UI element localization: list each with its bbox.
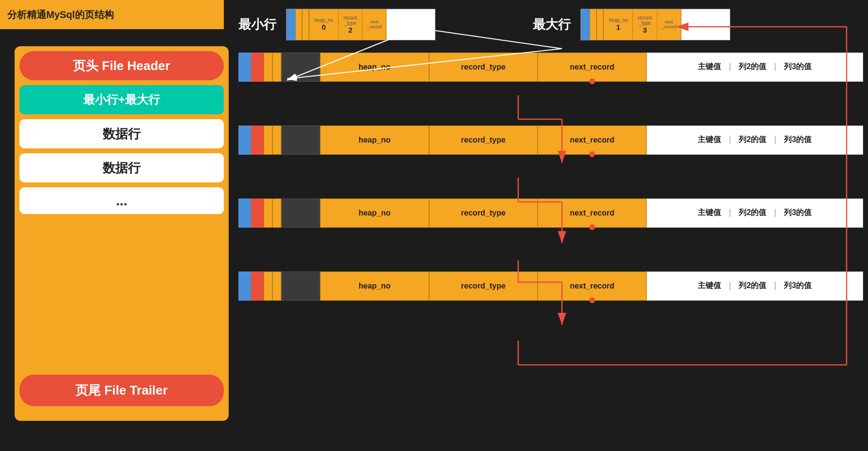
rec3-data: 主键值 ｜ 列2的值 ｜ 列3的值 — [647, 271, 863, 301]
supremum-nar-1 — [590, 9, 597, 40]
supremum-heap-no-val: 1 — [616, 23, 620, 31]
rec1-nar1 — [264, 126, 272, 155]
supremum-record-type-label: record — [638, 15, 651, 20]
ellipsis-btn: ... — [19, 187, 224, 214]
rec0-next-record: next_record — [538, 53, 647, 82]
rec3-red — [251, 271, 264, 301]
infimum-record-type-val: 2 — [348, 26, 352, 34]
panel-top-block: 页头 File Header 最小行+最大行 数据行 数据行 ... — [15, 46, 229, 214]
rec1-red — [251, 126, 264, 155]
mini-nar-2 — [302, 9, 309, 40]
records-area: heap_no record_type next_record 主键值 ｜ 列2… — [238, 51, 863, 302]
infimum-heap-no: heap_no 0 — [309, 9, 338, 40]
infimum-next-record: next _record — [362, 9, 386, 40]
rec2-nar1 — [264, 198, 272, 228]
rec1-next-record: next_record — [538, 126, 647, 155]
infimum-mini-record: heap_no 0 record _type 2 next _record — [286, 9, 435, 40]
rec3-dark — [281, 271, 320, 301]
rec2-record-type: record_type — [429, 198, 538, 228]
file-header-btn[interactable]: 页头 File Header — [19, 51, 224, 80]
left-panel: 页头 File Header 最小行+最大行 数据行 数据行 ... 页尾 Fi… — [15, 46, 229, 421]
rec0-blue — [238, 53, 251, 82]
rec1-dot — [589, 151, 595, 157]
rec0-heap-no: heap_no — [320, 53, 429, 82]
record-row-2: heap_no record_type next_record 主键值 ｜ 列2… — [238, 197, 863, 229]
min-label: 最小行 — [238, 16, 276, 33]
supremum-record-type-label2: _type — [639, 20, 651, 26]
rec0-nar1 — [264, 53, 272, 82]
title-bar: 分析精通MySql的页结构 — [0, 0, 224, 29]
rec1-record-type: record_type — [429, 126, 538, 155]
rec2-nar2 — [272, 198, 281, 228]
rec0-dark — [281, 53, 320, 82]
rec2-dot — [589, 224, 595, 230]
supremum-nar-2 — [597, 9, 603, 40]
supremum-next-record: next _record — [657, 9, 681, 40]
max-section: 最大行 heap_no 1 record _type 3 next _recor… — [533, 9, 730, 40]
rec3-heap-no: heap_no — [320, 271, 429, 301]
data-row-2-btn[interactable]: 数据行 — [19, 153, 224, 182]
rec1-data: 主键值 ｜ 列2的值 ｜ 列3的值 — [647, 126, 863, 155]
rec0-dot — [589, 78, 595, 84]
rec1-dark — [281, 126, 320, 155]
rec3-dot — [589, 297, 595, 303]
rec2-blue — [238, 198, 251, 228]
rec0-record-type: record_type — [429, 53, 538, 82]
rec2-heap-no: heap_no — [320, 198, 429, 228]
rec3-blue — [238, 271, 251, 301]
supremum-mini-record: heap_no 1 record _type 3 next _record — [580, 9, 730, 40]
min-max-btn[interactable]: 最小行+最大行 — [19, 85, 224, 114]
supremum-heap-no: heap_no 1 — [603, 9, 633, 40]
top-mini-area: 最小行 heap_no 0 record _type 2 next _recor… — [238, 2, 868, 46]
record-row-3: heap_no record_type next_record 主键值 ｜ 列2… — [238, 270, 863, 302]
record-row-1: heap_no record_type next_record 主键值 ｜ 列2… — [238, 124, 863, 156]
rec0-nar2 — [272, 53, 281, 82]
rec3-record-type: record_type — [429, 271, 538, 301]
min-section: 最小行 heap_no 0 record _type 2 next _recor… — [238, 9, 435, 40]
infimum-record-type: record _type 2 — [338, 9, 362, 40]
supremum-record-type-val: 3 — [643, 26, 647, 34]
mini-blue-bar — [287, 9, 295, 40]
page-container: 分析精通MySql的页结构 页头 File Header 最小行+最大行 数据行… — [0, 0, 868, 451]
max-label: 最大行 — [533, 16, 571, 33]
record-row-0: heap_no record_type next_record 主键值 ｜ 列2… — [238, 51, 863, 83]
mini-nar-1 — [295, 9, 302, 40]
rec3-nar1 — [264, 271, 272, 301]
file-trailer-btn[interactable]: 页尾 File Trailer — [19, 375, 224, 406]
data-row-1-btn[interactable]: 数据行 — [19, 119, 224, 148]
rec3-nar2 — [272, 271, 281, 301]
rec1-heap-no: heap_no — [320, 126, 429, 155]
rec1-blue — [238, 126, 251, 155]
supremum-heap-no-label: heap_no — [609, 18, 628, 23]
infimum-record-type-label2: _type — [344, 20, 356, 26]
infimum-heap-no-val: 0 — [322, 23, 326, 31]
rec3-next-record: next_record — [538, 271, 647, 301]
rec2-red — [251, 198, 264, 228]
rec2-data: 主键值 ｜ 列2的值 ｜ 列3的值 — [647, 198, 863, 228]
infimum-heap-no-label: heap_no — [314, 18, 333, 23]
rec0-red — [251, 53, 264, 82]
page-title: 分析精通MySql的页结构 — [7, 8, 114, 21]
rec1-nar2 — [272, 126, 281, 155]
infimum-record-type-label: record — [344, 15, 357, 20]
rec0-data: 主键值 ｜ 列2的值 ｜ 列3的值 — [647, 53, 863, 82]
supremum-record-type: record _type 3 — [633, 9, 656, 40]
infimum-white — [386, 9, 435, 40]
rec2-next-record: next_record — [538, 198, 647, 228]
supremum-mini-blue — [581, 9, 590, 40]
rec2-dark — [281, 198, 320, 228]
supremum-white — [681, 9, 730, 40]
